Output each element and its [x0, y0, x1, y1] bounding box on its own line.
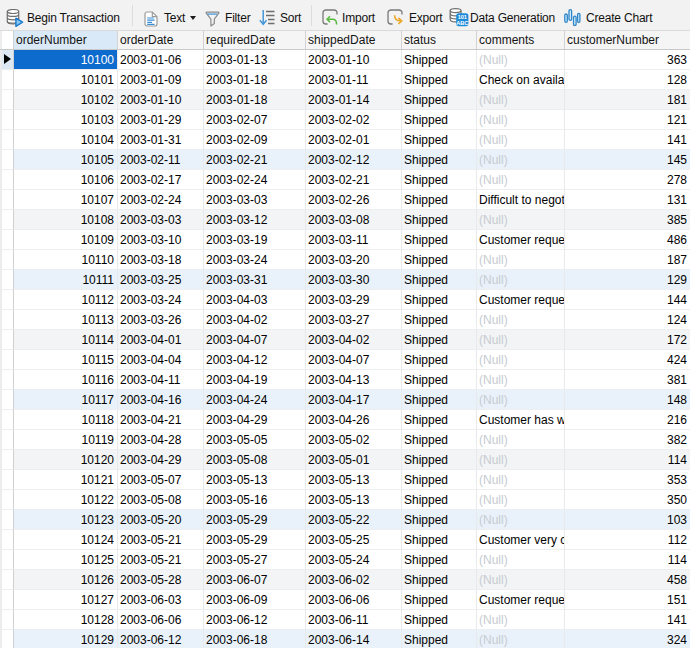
svg-text:ABC: ABC — [456, 20, 468, 26]
